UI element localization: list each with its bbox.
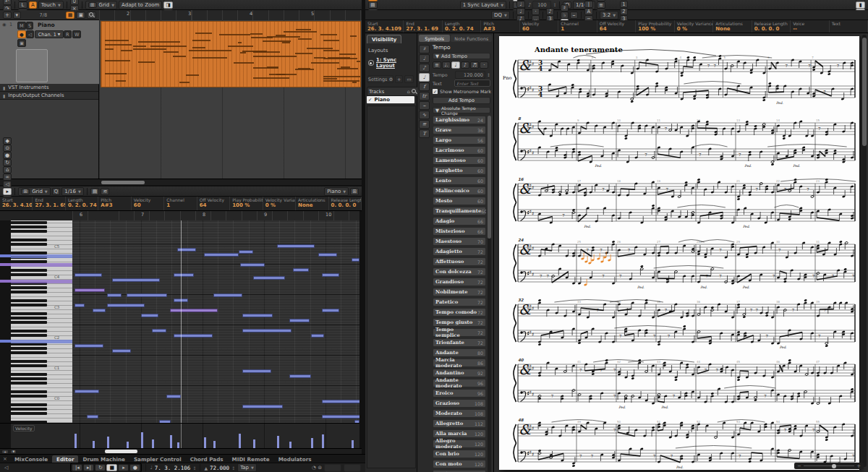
symbol-category-icon[interactable]: tr	[419, 92, 430, 100]
info-field[interactable]: Text	[830, 20, 868, 33]
midi-note[interactable]	[170, 309, 218, 312]
note-duration-icon[interactable]: ♩	[516, 8, 525, 15]
midi-note[interactable]	[322, 309, 339, 312]
tempo-preset-item[interactable]: Grave36	[433, 126, 486, 134]
arrange-area[interactable]	[99, 20, 362, 179]
midi-note[interactable]	[318, 253, 337, 257]
tool-icon[interactable]: ⊙	[3, 145, 12, 152]
tempo-preset-item[interactable]: Lacrimoso60	[433, 146, 486, 155]
velocity-bar[interactable]	[213, 441, 216, 448]
info-field[interactable]: Length0. 2. 0. 74	[443, 20, 481, 33]
info-field[interactable]: Play Probability100 %	[230, 197, 263, 210]
check-icon[interactable]: ✓	[368, 97, 372, 103]
tool-icon[interactable]: ▸	[3, 188, 12, 195]
adapt-to-zoom[interactable]: Adapt to Zoom	[119, 1, 162, 9]
symbol-category-icon[interactable]: ⌣	[419, 101, 430, 110]
add-lane-button[interactable]: +	[1, 450, 9, 454]
tempo-preset-item[interactable]: Alla marcia120	[433, 429, 486, 438]
tempo-preset-item[interactable]: Adagietto72	[433, 247, 486, 256]
midi-note[interactable]	[141, 314, 158, 317]
transport-utility-icon[interactable]: ⊛	[318, 465, 322, 471]
tempo-preset-item[interactable]: Allegro moderato120	[433, 439, 486, 448]
automation-button[interactable]: L	[18, 1, 27, 9]
visibility-track-row[interactable]: ✓ Piano	[367, 96, 414, 103]
tempo-preset-item[interactable]: Tempo semplice72	[433, 328, 486, 337]
symbol-category-icon[interactable]: ♩	[419, 54, 430, 63]
tempo-preset-item[interactable]: Affettuoso72	[433, 257, 486, 266]
quantize-preset-select[interactable]: 1/16▼	[61, 187, 84, 196]
tempo-preset-item[interactable]: Lento60	[433, 176, 486, 185]
tap-tempo-button[interactable]: Tap▼	[237, 463, 257, 472]
symbol-category-icon[interactable]: ♩	[419, 73, 430, 82]
info-field[interactable]: Release Length0. 0. 0. 0	[329, 197, 362, 210]
velocity-bar[interactable]	[204, 437, 206, 448]
tab-note-functions[interactable]: Note Functions	[451, 35, 492, 42]
add-track-button[interactable]: +	[3, 12, 12, 19]
tie-icon[interactable]: ⌣	[570, 12, 578, 19]
settings-button[interactable]: Settings⚙	[367, 75, 393, 83]
velocity-bar[interactable]	[141, 432, 143, 448]
zone-toggle-icon[interactable]: ▮	[856, 1, 865, 9]
symbol-category-icon[interactable]: ≡	[419, 120, 430, 129]
search-icon[interactable]	[412, 89, 417, 94]
tempo-note-value-button[interactable]: ≡	[433, 61, 441, 69]
folder-track[interactable]: ▮ Input/Output Channels	[0, 92, 98, 100]
velocity-bar[interactable]	[93, 441, 95, 448]
tempo-preset-item[interactable]: Con moto120	[433, 460, 486, 468]
position-spinner[interactable]: ↕	[192, 465, 196, 471]
score-page-area[interactable]: Andante teneramentePno&♯♯♯♯♯♯34342345677…	[494, 33, 868, 472]
midi-note[interactable]	[204, 253, 239, 257]
info-field[interactable]: Velocity Variance0 %	[263, 197, 296, 210]
midi-note[interactable]	[152, 329, 166, 332]
tuplet-ratio-select[interactable]: 3:2▼	[600, 11, 618, 20]
info-field[interactable]: Channel1	[558, 20, 597, 33]
window-icon[interactable]: ▤	[368, 1, 378, 9]
velocity-lane-label[interactable]: Velocity	[13, 425, 35, 432]
tempo-preset-item[interactable]: Malinconico60	[433, 186, 486, 195]
midi-note[interactable]	[107, 304, 145, 307]
playhead[interactable]	[181, 220, 182, 423]
multi-lane-icon[interactable]: ≋	[101, 188, 109, 195]
tempo-spinner[interactable]: ↕	[231, 465, 235, 471]
zoom-in-icon[interactable]: +	[856, 463, 861, 469]
tempo-preset-item[interactable]: Andante moderato96	[433, 379, 486, 387]
piano-keyboard[interactable]: C5C4C3C2C1C0	[11, 220, 73, 423]
midi-note[interactable]	[293, 268, 309, 272]
tempo-text-input[interactable]	[454, 80, 490, 87]
midi-note[interactable]	[93, 309, 106, 312]
transport-button[interactable]: ▸|	[83, 464, 94, 471]
lower-zone-tab[interactable]: Drum Machine	[78, 455, 129, 463]
velocity-bar[interactable]	[239, 434, 241, 448]
lower-zone-tab[interactable]: Editor	[52, 455, 78, 463]
articulation-icon[interactable]: |	[584, 1, 593, 8]
velocity-bar[interactable]	[253, 439, 255, 448]
toolbar-icon[interactable]: ≡	[597, 1, 606, 9]
transport-field[interactable]	[344, 464, 361, 472]
keyboard-focus-icon[interactable]: ▦	[66, 12, 75, 19]
velocity-spinner[interactable]: ↕	[553, 2, 556, 7]
velocity-view-icon[interactable]: ▤	[90, 188, 100, 195]
velocity-bar[interactable]	[277, 436, 279, 448]
search-track-icon[interactable]	[87, 12, 96, 19]
info-field[interactable]: Velocity60	[132, 197, 164, 210]
midi-note[interactable]	[87, 415, 98, 419]
tempo-preset-item[interactable]: Nobilmente72	[433, 288, 486, 296]
tool-icon[interactable]: ∞	[3, 173, 12, 181]
info-field[interactable]: End27. 3. 1. 69	[33, 197, 65, 210]
monitor-button[interactable]: ◁	[26, 30, 34, 38]
info-field[interactable]: Start26. 3. 4.109	[0, 197, 33, 210]
midi-note[interactable]	[166, 395, 181, 398]
tempo-preset-item[interactable]: Misterioso66	[433, 227, 486, 236]
radio-icon[interactable]	[368, 60, 374, 66]
delete-layout-button[interactable]: ▭	[404, 75, 413, 83]
tempo-value-field[interactable]: 120.000	[455, 71, 485, 79]
key-editor-hscrollbar[interactable]: + ▼	[0, 448, 362, 454]
score-vscrollbar[interactable]	[862, 35, 867, 467]
display-quantize-button[interactable]: DQ▼	[491, 11, 510, 20]
tempo-preset-item[interactable]: Lamentoso60	[433, 156, 486, 165]
info-field[interactable]: Start26. 3. 4.109	[365, 20, 404, 33]
midi-note[interactable]	[107, 293, 122, 297]
lower-zone-tab[interactable]: MIDI Remote	[228, 455, 274, 463]
midi-note[interactable]	[112, 278, 160, 282]
edit-instrument-button[interactable]: ▣	[17, 39, 26, 47]
